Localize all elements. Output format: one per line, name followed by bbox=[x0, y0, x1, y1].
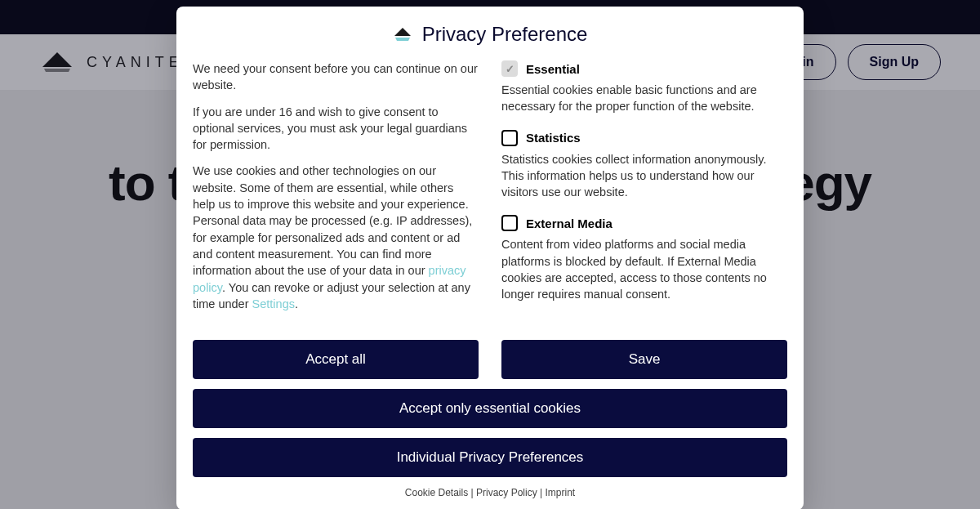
individual-preferences-button[interactable]: Individual Privacy Preferences bbox=[193, 438, 787, 477]
essential-checkbox bbox=[501, 60, 518, 77]
category-external-media: External Media Content from video platfo… bbox=[501, 215, 787, 302]
categories-column: Essential Essential cookies enable basic… bbox=[501, 60, 787, 322]
essential-title: Essential bbox=[526, 62, 580, 76]
external-media-desc: Content from video platforms and social … bbox=[501, 236, 787, 302]
imprint-link[interactable]: Imprint bbox=[545, 487, 575, 498]
primary-button-row: Accept all Save bbox=[193, 340, 787, 379]
accept-all-button[interactable]: Accept all bbox=[193, 340, 479, 379]
modal-overlay: Privacy Preference We need your consent … bbox=[0, 0, 980, 509]
svg-marker-2 bbox=[394, 28, 411, 36]
external-media-checkbox[interactable] bbox=[501, 215, 518, 231]
category-essential: Essential Essential cookies enable basic… bbox=[501, 60, 787, 115]
modal-footer-links: Cookie Details | Privacy Policy | Imprin… bbox=[193, 487, 787, 498]
modal-header: Privacy Preference bbox=[193, 23, 787, 46]
privacy-modal: Privacy Preference We need your consent … bbox=[176, 7, 804, 509]
settings-link[interactable]: Settings bbox=[252, 297, 295, 310]
intro-paragraph-3: We use cookies and other technologies on… bbox=[193, 163, 479, 312]
modal-title: Privacy Preference bbox=[422, 23, 588, 46]
privacy-icon bbox=[393, 26, 412, 42]
save-button[interactable]: Save bbox=[501, 340, 787, 379]
intro-paragraph-2: If you are under 16 and wish to give con… bbox=[193, 104, 479, 154]
svg-marker-3 bbox=[395, 38, 410, 41]
cookie-details-link[interactable]: Cookie Details bbox=[405, 487, 468, 498]
external-media-title: External Media bbox=[526, 217, 612, 230]
category-statistics: Statistics Statistics cookies collect in… bbox=[501, 130, 787, 201]
privacy-policy-footer-link[interactable]: Privacy Policy bbox=[476, 487, 537, 498]
statistics-title: Statistics bbox=[526, 131, 581, 145]
modal-body: We need your consent before you can cont… bbox=[193, 60, 787, 322]
modal-intro-column: We need your consent before you can cont… bbox=[193, 60, 479, 322]
statistics-desc: Statistics cookies collect information a… bbox=[501, 151, 787, 201]
accept-essential-button[interactable]: Accept only essential cookies bbox=[193, 389, 787, 428]
essential-desc: Essential cookies enable basic functions… bbox=[501, 82, 787, 115]
intro-paragraph-1: We need your consent before you can cont… bbox=[193, 60, 479, 94]
statistics-checkbox[interactable] bbox=[501, 130, 518, 146]
